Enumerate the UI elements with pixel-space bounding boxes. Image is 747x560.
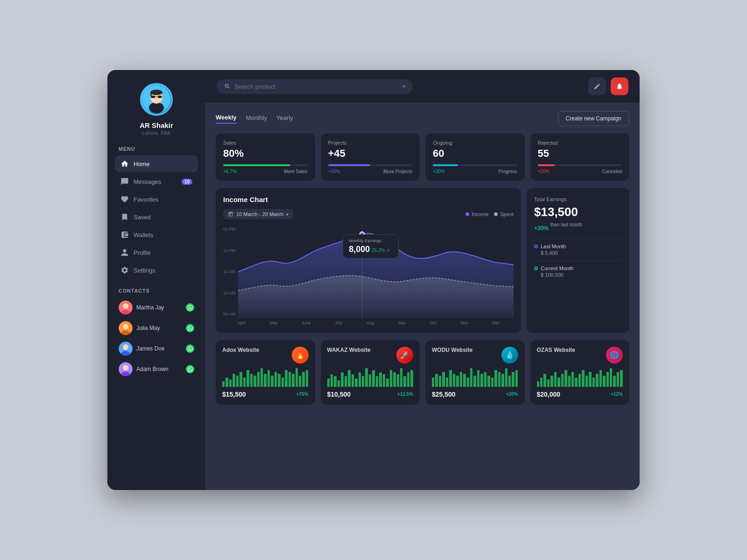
total-earnings-card: Total Earnings $13,500 +30% than last mo…	[527, 188, 629, 333]
website-logo-icon-2: 💧	[505, 350, 514, 359]
mini-bar	[589, 372, 591, 387]
whatsapp-icon-julia[interactable]	[186, 324, 194, 332]
total-earnings-label: Total Earnings	[534, 196, 622, 202]
tab-yearly[interactable]: Yearly	[276, 114, 293, 123]
website-header-3: OZAS Website 🌐	[537, 347, 623, 364]
mini-bar	[331, 374, 333, 387]
mini-bar	[362, 376, 364, 386]
mini-bar	[498, 372, 500, 387]
mini-bar	[550, 376, 553, 387]
contact-avatar-adam	[119, 362, 133, 376]
calendar-icon	[228, 211, 233, 217]
tab-monthly[interactable]: Monthly	[246, 114, 268, 123]
mini-bar	[467, 378, 469, 387]
website-pct-1: +12.5%	[397, 392, 413, 397]
whatsapp-icon-martha[interactable]	[186, 303, 194, 312]
whatsapp-icon-adam[interactable]	[186, 365, 194, 373]
mini-bar	[355, 378, 357, 387]
mini-bar	[505, 368, 507, 387]
chart-wrapper: 01 PM 12 PM 11 AM 10 AM 09 AM Monthly Ea…	[223, 225, 514, 319]
mini-bar	[369, 374, 371, 387]
date-range-picker[interactable]: 10 March - 20 March ▾	[223, 209, 293, 219]
tab-weekly[interactable]: Weekly	[216, 114, 237, 124]
stat-card-projects: Projects +45 +50% More Projects	[321, 133, 420, 181]
website-header-2: WODU Website 💧	[432, 347, 518, 364]
messages-badge: 10	[182, 179, 192, 185]
mini-bar	[334, 376, 336, 386]
stat-more-rejected[interactable]: Canceled	[602, 169, 622, 174]
mini-bar	[512, 372, 514, 387]
search-bar[interactable]: ▾	[217, 79, 413, 94]
search-input[interactable]	[234, 83, 399, 90]
total-earnings-value: $13,500	[534, 205, 622, 219]
stat-value-sales: 80%	[223, 147, 308, 160]
legend-label-income: Income	[472, 211, 488, 217]
website-amount-2: $25,500	[432, 391, 456, 398]
mini-bar	[568, 376, 571, 387]
website-card-0: Adox Website 🔥 $15,500 +76%	[216, 340, 315, 405]
contact-adam[interactable]: Adam Brown	[115, 360, 198, 378]
mini-bar	[278, 374, 280, 387]
sidebar-item-home[interactable]: Home	[115, 155, 198, 172]
current-month-dot	[534, 266, 538, 270]
mini-bar	[439, 376, 441, 387]
date-range-chevron: ▾	[286, 212, 289, 217]
stat-more-ongoing[interactable]: Progress	[498, 169, 517, 174]
svg-rect-4	[158, 96, 162, 98]
website-card-2: WODU Website 💧 $25,500 +20%	[425, 340, 525, 405]
mini-bar	[585, 376, 588, 387]
main-nav: Home Messages 10 Favorites Saved Wallets	[115, 155, 198, 280]
mini-bar	[285, 370, 287, 387]
create-campaign-button[interactable]: Create new Campaign	[558, 111, 629, 126]
stat-bar-wrap-ongoing	[433, 164, 517, 166]
contact-julia[interactable]: Julia May	[115, 319, 198, 337]
sidebar-item-profile[interactable]: Profile	[115, 244, 198, 261]
contact-name-adam: Adam Brown	[136, 366, 182, 372]
website-header-1: WAKAZ Website 🚀	[327, 347, 414, 364]
edit-button[interactable]	[588, 77, 606, 95]
mini-bars-3	[537, 368, 623, 387]
avatar-wrap	[115, 83, 198, 116]
sidebar: AR Shakir Lahore, PAK Menu Home Messages…	[107, 70, 205, 490]
x-label-sep: Sep	[398, 321, 406, 325]
whatsapp-icon-james[interactable]	[186, 344, 194, 353]
top-actions	[588, 77, 628, 95]
stat-footer-ongoing: +30% Progress	[433, 169, 517, 174]
sidebar-item-messages[interactable]: Messages 10	[115, 173, 198, 190]
stat-card-rejected: Rejected 55 +20% Canceled	[530, 133, 630, 181]
mini-bar	[477, 370, 479, 387]
chart-tooltip: Monthly Earnings 8,000 25.2% ↗	[343, 234, 399, 259]
mini-bar	[236, 376, 239, 387]
last-month-label: Last Month	[541, 244, 566, 249]
contact-martha[interactable]: Martha Jay	[115, 298, 198, 317]
current-month-label: Current Month	[541, 266, 573, 271]
websites-row: Adox Website 🔥 $15,500 +76% WAKAZ Websit…	[216, 340, 629, 405]
svg-point-6	[150, 90, 162, 95]
tabs-row: Weekly Monthly Yearly Create new Campaig…	[216, 111, 629, 126]
mini-bar	[480, 374, 483, 387]
mini-bar	[268, 370, 270, 387]
tooltip-value-row: 8,000 25.2% ↗	[349, 245, 393, 254]
x-label-july: July	[335, 321, 343, 325]
mini-bar	[620, 370, 622, 387]
mini-bar	[596, 374, 598, 387]
stat-footer-rejected: +20% Canceled	[538, 169, 622, 174]
stat-more-sales[interactable]: More Sales	[284, 169, 308, 174]
sidebar-item-settings[interactable]: Settings	[115, 262, 198, 279]
website-card-1: WAKAZ Website 🚀 $10,500 +12.5%	[321, 340, 420, 405]
sidebar-item-saved[interactable]: Saved	[115, 209, 198, 225]
stat-bar-wrap-rejected	[538, 164, 622, 166]
stat-label-sales: Sales	[223, 140, 308, 146]
chart-controls: 10 March - 20 March ▾ Income Spent	[223, 209, 514, 219]
mini-bar	[372, 370, 374, 387]
stat-bar-sales	[223, 164, 290, 166]
stat-more-projects[interactable]: More Projects	[383, 169, 412, 174]
sidebar-item-favorites[interactable]: Favorites	[115, 191, 198, 208]
contacts-section: Contacts Martha Jay Julia May	[115, 288, 198, 380]
contact-james[interactable]: James Doe	[115, 339, 198, 358]
sidebar-item-wallets[interactable]: Wallets	[115, 226, 198, 243]
notification-button[interactable]	[611, 77, 628, 95]
website-logo-0: 🔥	[292, 347, 309, 364]
website-pct-2: +20%	[506, 392, 518, 397]
mini-bar	[515, 370, 518, 387]
